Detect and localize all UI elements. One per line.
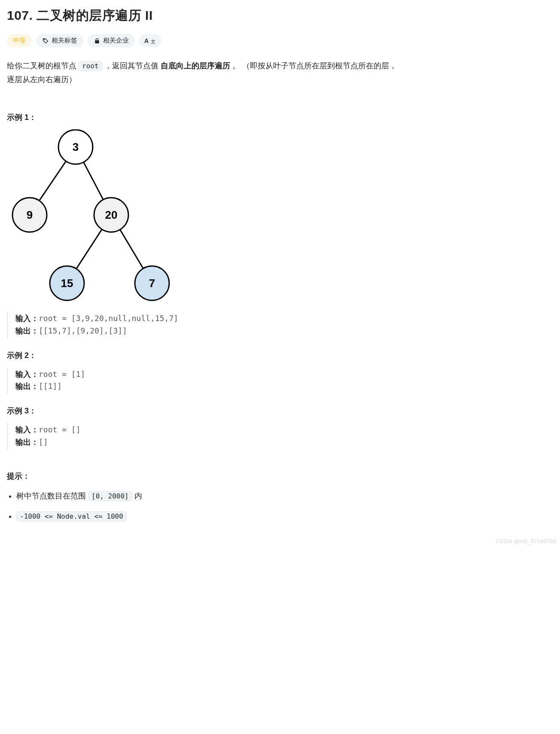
- hint-code: -1000 <= Node.val <= 1000: [16, 511, 127, 521]
- hints-list: 树中节点数目在范围 [0, 2000] 内-1000 <= Node.val <…: [7, 490, 553, 523]
- output-value: []: [39, 437, 48, 447]
- tree-edge: [120, 229, 143, 268]
- input-label: 输入：: [15, 370, 39, 379]
- example-block: 输入：root = []输出：[]: [7, 423, 553, 450]
- input-value: root = [1]: [39, 370, 85, 379]
- translate-chip[interactable]: A文: [139, 34, 161, 47]
- tree-edge: [76, 229, 102, 269]
- problem-description: 给你二叉树的根节点 root ，返回其节点值 自底向上的层序遍历 。 （即按从叶…: [7, 59, 402, 86]
- chip-row: 中等 相关标签 相关企业 A文: [7, 34, 553, 47]
- hints-label: 提示：: [7, 471, 553, 481]
- hint-text: 树中节点数目在范围: [16, 492, 88, 500]
- example-block: 输入：root = [1]输出：[[1]]: [7, 367, 553, 394]
- tags-chip[interactable]: 相关标签: [36, 34, 83, 47]
- companies-chip-label: 相关企业: [103, 37, 129, 45]
- hint-item: -1000 <= Node.val <= 1000: [16, 510, 553, 523]
- problem-title: 107. 二叉树的层序遍历 II: [7, 7, 553, 24]
- hint-text: 内: [132, 492, 142, 500]
- desc-mid: ，返回其节点值: [102, 61, 161, 70]
- tree-node-value: 20: [105, 208, 118, 221]
- output-value: [[1]]: [39, 382, 62, 391]
- example-block: 输入：root = [3,9,20,null,null,15,7]输出：[[15…: [7, 312, 553, 338]
- tree-node-value: 3: [73, 141, 79, 153]
- tree-edge: [84, 162, 103, 199]
- input-value: root = [3,9,20,null,null,15,7]: [39, 314, 178, 323]
- input-value: root = []: [39, 425, 81, 434]
- translate-icon-sub: 文: [151, 39, 155, 45]
- tree-edge: [39, 161, 66, 201]
- tree-node-value: 7: [149, 277, 155, 290]
- tree-node-value: 9: [27, 208, 33, 221]
- desc-bold: 自底向上的层序遍历: [161, 61, 230, 70]
- output-value: [[15,7],[9,20],[3]]: [39, 326, 127, 335]
- example-label: 示例 2：: [7, 350, 553, 361]
- tree-node-value: 15: [61, 277, 73, 290]
- lock-icon: [94, 37, 100, 44]
- input-label: 输入：: [15, 314, 39, 323]
- desc-code: root: [79, 61, 102, 71]
- translate-icon: A: [144, 37, 149, 44]
- hint-code: [0, 2000]: [88, 491, 132, 501]
- example-label: 示例 3：: [7, 406, 553, 416]
- examples-container: 示例 1：3920157输入：root = [3,9,20,null,null,…: [7, 112, 553, 450]
- companies-chip[interactable]: 相关企业: [88, 34, 135, 47]
- tags-chip-label: 相关标签: [52, 37, 77, 45]
- output-label: 输出：: [15, 382, 39, 391]
- input-label: 输入：: [15, 425, 39, 434]
- difficulty-chip[interactable]: 中等: [7, 34, 32, 47]
- output-label: 输出：: [15, 327, 39, 335]
- tag-icon: [42, 37, 49, 44]
- desc-pre: 给你二叉树的根节点: [7, 61, 79, 70]
- svg-point-0: [44, 39, 45, 40]
- output-label: 输出：: [15, 438, 39, 447]
- tree-diagram: 3920157: [7, 129, 170, 301]
- example-label: 示例 1：: [7, 112, 553, 122]
- hint-item: 树中节点数目在范围 [0, 2000] 内: [16, 490, 553, 502]
- watermark: CSDN @m0_57195758: [496, 538, 557, 544]
